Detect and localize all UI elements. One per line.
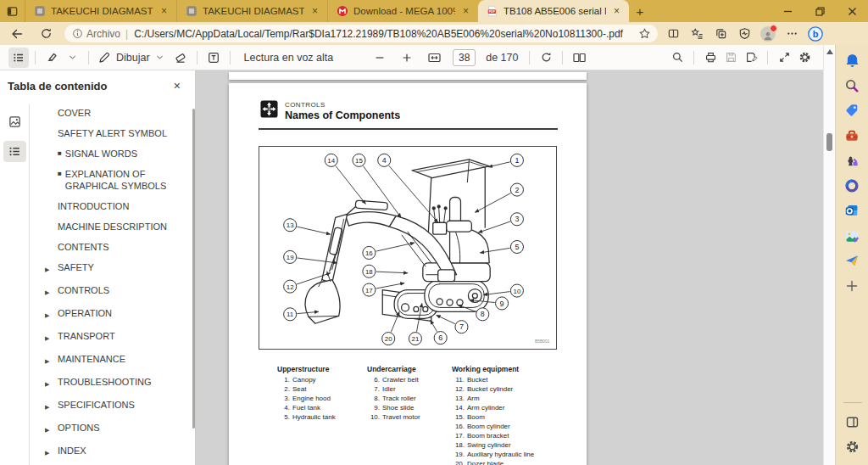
toc-item[interactable]: SAFETY ALERT SYMBOL xyxy=(31,123,194,143)
contents-button[interactable] xyxy=(3,141,26,162)
browser-tab[interactable]: PDFTB108 AB5E006 serial No1081130× xyxy=(478,0,629,22)
add-sidebar-app-button[interactable] xyxy=(840,274,864,298)
restore-button[interactable] xyxy=(804,0,836,22)
favorite-star-icon[interactable] xyxy=(638,27,651,40)
expand-arrow-icon[interactable]: ▶ xyxy=(45,307,58,322)
draw-button[interactable]: Dibujar xyxy=(95,48,167,68)
rotate-button[interactable] xyxy=(536,48,556,68)
tab-actions-button[interactable] xyxy=(0,0,25,22)
pdf-scrollbar[interactable] xyxy=(823,45,835,465)
legend-item-number: 4. xyxy=(277,403,290,412)
previous-page-edge xyxy=(229,72,587,80)
fullscreen-button[interactable] xyxy=(774,48,794,68)
highlight-button[interactable] xyxy=(42,48,62,68)
toc-item[interactable]: ▶MAINTENANCE xyxy=(31,349,194,372)
games-sidebar-button[interactable] xyxy=(840,148,864,172)
browser-tab[interactable]: Download - MEGA 100%× xyxy=(327,0,478,22)
toc-item[interactable]: ▶TRANSPORT xyxy=(31,326,194,349)
toc-item[interactable]: ▶CONTROLS xyxy=(31,280,194,303)
legend-item: 4.Fuel tank xyxy=(277,403,367,412)
toc-item[interactable]: ▶TROUBLESHOOTING xyxy=(31,372,194,395)
toc-item[interactable]: CONTENTS xyxy=(31,237,194,257)
page-number-input[interactable] xyxy=(453,49,476,66)
sidebar-panel-button[interactable] xyxy=(841,410,865,434)
add-text-button[interactable] xyxy=(203,48,224,68)
toc-scrollbar[interactable] xyxy=(192,109,195,429)
toc-item[interactable]: COVER xyxy=(31,103,194,123)
expand-arrow-icon[interactable]: ▶ xyxy=(45,422,58,436)
close-window-button[interactable] xyxy=(836,0,868,22)
toc-item[interactable]: MACHINE DESCRIPTION xyxy=(31,216,194,237)
read-aloud-button[interactable]: Lectura en voz alta xyxy=(236,48,342,68)
toc-item[interactable]: ▶INDEX xyxy=(31,440,194,463)
toc-toggle-button[interactable] xyxy=(8,48,29,68)
toc-item[interactable]: ▶SAFETY xyxy=(31,257,194,280)
profile-button[interactable] xyxy=(756,24,780,44)
split-screen-button[interactable] xyxy=(661,24,685,44)
search-sidebar-button[interactable] xyxy=(840,74,864,98)
settings-button[interactable] xyxy=(841,435,865,459)
tab-close-button[interactable]: × xyxy=(309,5,320,17)
minimize-button[interactable] xyxy=(771,0,804,22)
outlook-sidebar-button[interactable] xyxy=(840,199,864,222)
scroll-up-arrow[interactable] xyxy=(826,49,833,54)
toc-item[interactable]: ▶OPTIONS xyxy=(31,417,194,440)
zoom-in-button[interactable] xyxy=(397,48,417,68)
toc-item[interactable]: ▶OPERATION xyxy=(31,303,194,326)
tab-close-button[interactable]: × xyxy=(159,5,170,17)
expand-arrow-icon[interactable]: ▶ xyxy=(45,399,58,413)
expand-arrow-icon[interactable]: ▶ xyxy=(45,284,58,299)
legend-item-text: Swing cylinder xyxy=(467,440,511,450)
expand-arrow-icon[interactable]: ▶ xyxy=(45,330,58,345)
excavator-figure: 123510987621201112191314154161817 B5B001 xyxy=(259,146,557,350)
toc-item-label: SIGNAL WORDS xyxy=(65,148,137,160)
toc-item[interactable]: ■EXPLANATION OF GRAPHICAL SYMBOLS xyxy=(31,164,194,196)
fit-width-button[interactable] xyxy=(424,48,444,68)
save-as-button[interactable] xyxy=(741,48,761,68)
draw-label: Dibujar xyxy=(116,52,150,64)
designer-sidebar-button[interactable] xyxy=(840,224,864,248)
drop-sidebar-button[interactable] xyxy=(840,249,864,272)
pdf-toolbar-right xyxy=(667,48,815,68)
browser-tab[interactable]: TAKEUCHI DIAGMASTER ENGINE× xyxy=(25,0,176,22)
search-document-button[interactable] xyxy=(667,48,687,68)
expand-arrow-icon[interactable]: ▶ xyxy=(45,445,58,459)
collections-button[interactable] xyxy=(709,24,732,44)
toc-item[interactable]: ▶SPECIFICATIONS xyxy=(31,395,194,417)
print-button[interactable] xyxy=(700,48,721,68)
callout-arrow xyxy=(475,193,510,213)
tab-close-button[interactable]: × xyxy=(611,5,622,17)
pdf-settings-button[interactable] xyxy=(794,48,815,68)
address-bar[interactable]: Archivo | C:/Users/MC/AppData/Local/Temp… xyxy=(64,25,658,42)
expand-arrow-icon[interactable]: ▶ xyxy=(45,353,58,367)
bell-sidebar-button[interactable] xyxy=(840,48,864,72)
page-view-button[interactable] xyxy=(569,48,589,68)
toc-item[interactable]: INTRODUCTION xyxy=(31,196,194,216)
expand-arrow-icon[interactable]: ▶ xyxy=(45,261,58,276)
toolbar-separator xyxy=(230,51,231,64)
tab-title: TB108 AB5E006 serial No1081130 xyxy=(504,6,606,16)
zoom-in-icon xyxy=(401,52,413,64)
expand-arrow-icon[interactable]: ▶ xyxy=(45,376,58,390)
legend-item: 18.Swing cylinder xyxy=(452,440,562,450)
back-button[interactable] xyxy=(5,24,29,44)
browser-tab[interactable]: TAKEUCHI DIAGMASTER ENGINE× xyxy=(176,0,327,22)
toolbox-sidebar-button[interactable] xyxy=(840,124,864,148)
new-tab-button[interactable]: + xyxy=(629,2,651,20)
browser-essentials-button[interactable] xyxy=(732,24,756,44)
scrollbar-thumb[interactable] xyxy=(826,133,832,151)
shopping-sidebar-button[interactable] xyxy=(840,98,864,122)
favorites-button[interactable] xyxy=(685,24,709,44)
erase-button[interactable] xyxy=(170,48,191,68)
refresh-button[interactable] xyxy=(34,24,58,44)
office-sidebar-button[interactable] xyxy=(840,174,864,198)
toc-close-button[interactable]: × xyxy=(170,77,185,94)
tab-close-button[interactable]: × xyxy=(460,5,471,17)
thumbnails-button[interactable] xyxy=(3,111,26,132)
highlight-dropdown[interactable] xyxy=(62,48,82,68)
settings-menu-button[interactable] xyxy=(780,24,804,44)
copilot-button[interactable]: b xyxy=(804,24,827,44)
zoom-out-button[interactable] xyxy=(370,48,390,68)
toc-item[interactable]: ■SIGNAL WORDS xyxy=(31,143,194,164)
legend-item: 2.Seat xyxy=(277,384,367,394)
